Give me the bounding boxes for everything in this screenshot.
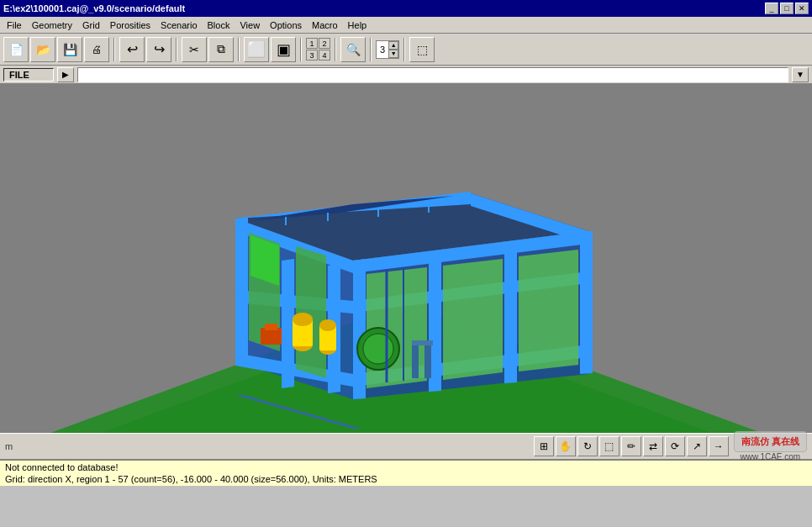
copy-button[interactable]: ⧉: [208, 37, 234, 62]
counter-up-button[interactable]: ▲: [388, 41, 398, 50]
svg-point-26: [293, 313, 313, 326]
menu-scenario[interactable]: Scenario: [156, 18, 202, 32]
nav-button-5[interactable]: ✏: [621, 436, 641, 456]
nav-button-9[interactable]: →: [709, 436, 729, 456]
view-combo: 1 2 3 4: [306, 38, 330, 61]
counter-down-button[interactable]: ▼: [388, 50, 398, 58]
watermark-logo: 南流仿 真在线: [734, 431, 807, 452]
redo-button[interactable]: ↪: [146, 37, 171, 62]
close-button[interactable]: ✕: [795, 3, 809, 14]
svg-point-29: [319, 319, 336, 331]
counter-value: 3: [377, 45, 388, 55]
command-input[interactable]: [77, 67, 788, 82]
3d-viewport[interactable]: [0, 84, 812, 433]
svg-rect-33: [265, 324, 277, 330]
command-label: FILE: [3, 68, 54, 82]
nav-button-6[interactable]: ⇄: [643, 436, 663, 456]
main-toolbar: 📄 📂 💾 🖨 ↩ ↪ ✂ ⧉ ⬜ ▣ 1 2 3 4 🔍 3 ▲ ▼ ⬚: [0, 34, 812, 66]
cut-button[interactable]: ✂: [182, 37, 207, 62]
nav-button-2[interactable]: ✋: [556, 436, 576, 456]
nav-button-4[interactable]: ⬚: [599, 436, 620, 456]
minimize-button[interactable]: _: [765, 3, 778, 14]
new-button[interactable]: 📄: [3, 37, 29, 62]
svg-rect-36: [412, 340, 433, 345]
separator-3: [238, 38, 240, 61]
open-button[interactable]: 📂: [30, 37, 55, 62]
svg-rect-34: [412, 340, 419, 378]
watermark-url: www.1CAE.com: [734, 452, 807, 461]
menu-grid[interactable]: Grid: [77, 18, 105, 32]
svg-point-31: [363, 334, 393, 364]
status-line2: Grid: direction X, region 1 - 57 (count=…: [5, 474, 807, 484]
svg-rect-35: [424, 345, 431, 378]
scale-label: m: [5, 441, 13, 451]
menu-file[interactable]: File: [2, 18, 27, 32]
status-line1: Not connected to database!: [5, 462, 807, 472]
view-1-button[interactable]: 1: [306, 38, 318, 49]
watermark: 南流仿 真在线 www.1CAE.com: [734, 431, 807, 461]
view-3-button[interactable]: 3: [306, 50, 318, 61]
menu-block[interactable]: Block: [203, 18, 235, 32]
menu-options[interactable]: Options: [265, 18, 307, 32]
menu-geometry[interactable]: Geometry: [27, 18, 77, 32]
window-title: E:\ex2\100001.caj@_v9.0/scenario/default: [3, 3, 185, 13]
command-dropdown-button[interactable]: ▼: [792, 67, 809, 82]
separator-2: [176, 38, 177, 61]
title-bar: E:\ex2\100001.caj@_v9.0/scenario/default…: [0, 0, 812, 17]
nav-button-7[interactable]: ⟳: [665, 436, 685, 456]
separator-5: [335, 38, 336, 61]
zoom-button[interactable]: 🔍: [340, 37, 366, 62]
menu-bar: File Geometry Grid Porosities Scenario B…: [0, 17, 812, 34]
svg-marker-13: [296, 246, 326, 378]
command-arrow-button[interactable]: ▶: [57, 67, 74, 82]
misc-button[interactable]: ⬚: [409, 37, 435, 62]
save-button[interactable]: 💾: [57, 37, 82, 62]
command-bar: FILE ▶ ▼: [0, 66, 812, 84]
separator-6: [370, 38, 372, 61]
nav-button-3[interactable]: ↻: [577, 436, 598, 456]
3d-model-svg: [0, 84, 812, 433]
status-bar: Not connected to database! Grid: directi…: [0, 460, 812, 486]
separator-4: [300, 38, 302, 61]
menu-porosities[interactable]: Porosities: [105, 18, 156, 32]
window-controls: _ □ ✕: [765, 3, 809, 14]
box3d-button[interactable]: ⬜: [244, 37, 269, 62]
separator-1: [113, 38, 115, 61]
undo-button[interactable]: ↩: [119, 37, 145, 62]
menu-help[interactable]: Help: [343, 18, 372, 32]
print-button[interactable]: 🖨: [84, 37, 109, 62]
nav-button-1[interactable]: ⊞: [534, 436, 554, 456]
watermark-line1: 南流仿: [741, 436, 769, 446]
separator-7: [403, 38, 405, 61]
svg-marker-23: [519, 250, 578, 372]
box3d-alt-button[interactable]: ▣: [271, 37, 296, 62]
bottom-toolbar: m ⊞ ✋ ↻ ⬚ ✏ ⇄ ⟳ ↗ → 南流仿 真在线 www.1CAE.com: [0, 433, 812, 460]
view-4-button[interactable]: 4: [319, 50, 330, 61]
svg-marker-22: [443, 259, 503, 380]
view-2-button[interactable]: 2: [319, 38, 330, 49]
menu-view[interactable]: View: [235, 18, 265, 32]
svg-marker-6: [235, 217, 248, 361]
nav-button-8[interactable]: ↗: [687, 436, 707, 456]
watermark-line2: 真在线: [772, 436, 799, 446]
maximize-button[interactable]: □: [780, 3, 794, 14]
menu-macro[interactable]: Macro: [307, 18, 343, 32]
